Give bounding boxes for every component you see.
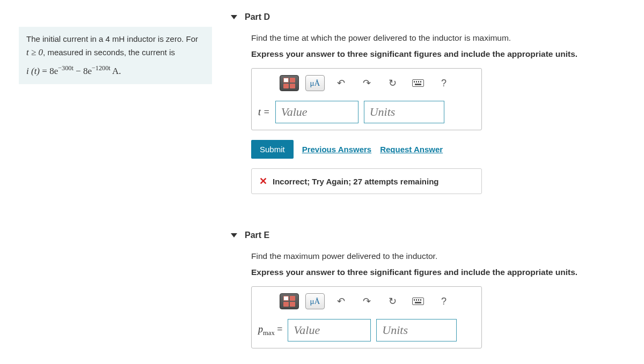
submit-button[interactable]: Submit bbox=[251, 140, 294, 159]
part-e-instruction: Find the maximum power delivered to the … bbox=[251, 250, 631, 263]
part-e-header[interactable]: Part E bbox=[231, 226, 631, 246]
part-e-express: Express your answer to three significant… bbox=[251, 266, 631, 279]
reset-button[interactable]: ↻ bbox=[383, 75, 402, 91]
undo-button[interactable]: ↶ bbox=[331, 293, 350, 309]
keyboard-button[interactable] bbox=[408, 293, 428, 309]
help-button[interactable]: ? bbox=[434, 75, 453, 91]
keyboard-icon bbox=[412, 79, 424, 87]
part-d-title: Part D bbox=[245, 12, 270, 22]
templates-icon bbox=[283, 78, 295, 88]
feedback-box: ✕ Incorrect; Try Again; 27 attempts rema… bbox=[251, 168, 482, 194]
caret-down-icon bbox=[231, 15, 237, 19]
redo-button[interactable]: ↷ bbox=[357, 75, 376, 91]
incorrect-icon: ✕ bbox=[259, 175, 267, 187]
templates-icon bbox=[283, 296, 295, 307]
feedback-text: Incorrect; Try Again; 27 attempts remain… bbox=[273, 177, 439, 186]
units-input[interactable] bbox=[376, 319, 457, 341]
problem-statement: The initial current in a 4 mH inductor i… bbox=[19, 27, 212, 84]
part-e-lhs: pmax = bbox=[258, 324, 282, 337]
value-input[interactable] bbox=[288, 319, 371, 341]
keyboard-button[interactable] bbox=[408, 75, 428, 91]
undo-button[interactable]: ↶ bbox=[331, 75, 350, 91]
redo-button[interactable]: ↷ bbox=[357, 293, 376, 309]
equation: i (t) = 8e−300t − 8e−1200t A. bbox=[26, 63, 204, 78]
request-answer-link[interactable]: Request Answer bbox=[380, 145, 443, 154]
value-input[interactable] bbox=[275, 101, 358, 123]
units-input[interactable] bbox=[364, 101, 444, 123]
part-e-title: Part E bbox=[245, 231, 269, 240]
prompt-line2: t ≥ 0, measured in seconds, the current … bbox=[26, 46, 204, 60]
part-d-express: Express your answer to three significant… bbox=[251, 48, 631, 61]
toolbar: μÅ ↶ ↷ ↻ ? bbox=[258, 75, 475, 91]
previous-answers-link[interactable]: Previous Answers bbox=[302, 145, 372, 154]
units-button[interactable]: μÅ bbox=[305, 75, 325, 91]
prompt-line1: The initial current in a 4 mH inductor i… bbox=[26, 33, 204, 46]
templates-button[interactable] bbox=[280, 293, 299, 309]
part-d-answer-box: μÅ ↶ ↷ ↻ ? t = bbox=[251, 68, 482, 130]
toolbar: μÅ ↶ ↷ ↻ ? bbox=[258, 293, 475, 309]
units-button[interactable]: μÅ bbox=[305, 293, 325, 309]
caret-down-icon bbox=[231, 233, 237, 237]
part-e-answer-box: μÅ ↶ ↷ ↻ ? pmax = bbox=[251, 286, 482, 348]
templates-button[interactable] bbox=[280, 75, 299, 91]
help-button[interactable]: ? bbox=[434, 293, 453, 309]
keyboard-icon bbox=[412, 298, 424, 305]
part-d-instruction: Find the time at which the power deliver… bbox=[251, 32, 631, 44]
reset-button[interactable]: ↻ bbox=[383, 293, 402, 309]
part-d-lhs: t = bbox=[258, 107, 270, 118]
part-d-header[interactable]: Part D bbox=[231, 8, 631, 27]
